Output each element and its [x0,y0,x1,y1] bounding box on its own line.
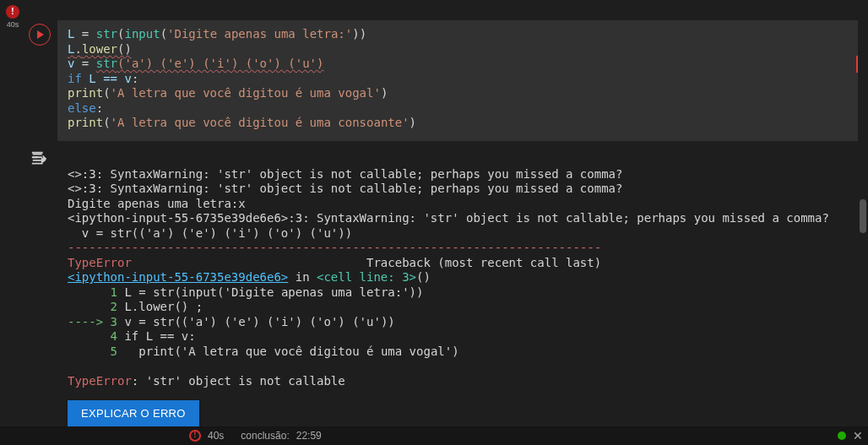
code-token: : [132,72,138,85]
run-cell-button[interactable] [29,24,51,46]
code-token: 'Digite apenas uma letra:' [167,27,352,41]
output-icon[interactable] [29,149,51,171]
close-icon[interactable]: ✕ [853,429,863,442]
code-token: lower [82,42,117,56]
error-badge: ! [6,5,19,19]
scrollbar-thumb[interactable] [860,199,866,233]
tb-arrow: ----> [68,315,111,328]
code-token: 'A letra que você digitou é uma consoant… [111,116,410,129]
traceback-parens: () [416,270,431,284]
notebook-cell: L = str(input('Digite apenas uma letra:'… [25,3,865,426]
tb-lineno: 1 [68,285,117,299]
output-line: v = str(('a') ('e') ('i') ('o') ('u')) [68,226,352,240]
output-line: <>:3: SyntaxWarning: 'str' object is not… [68,167,622,181]
status-completion-time: 22:59 [296,430,322,442]
code-token: 'A letra que você digitou é uma vogal' [111,86,381,100]
scrollbar-track[interactable] [858,15,868,424]
status-completion-label: conclusão: [241,430,289,442]
code-token: : [96,101,103,115]
output-line: <>:3: SyntaxWarning: 'str' object is not… [68,182,622,195]
code-token: ( [160,27,167,41]
tb-lineno: 3 [111,315,117,328]
kernel-status-icon[interactable] [838,431,846,440]
traceback-header-rest: Traceback (most recent call last) [132,256,601,269]
tb-src: L = str(input('Digite apenas uma letra:'… [117,285,423,299]
code-token: if [68,72,82,85]
tb-src: if L == v: [117,329,196,343]
status-left: 40s conclusão: 22:59 [189,430,322,442]
code-token: ( [103,86,110,100]
code-token: )) [352,27,366,41]
output-line: Digite apenas uma letra:x [68,197,246,210]
status-bar: 40s conclusão: 22:59 ✕ [0,426,868,445]
tb-lineno: 4 [68,329,117,343]
code-token: = [74,57,95,70]
tb-lineno: 2 [68,300,117,313]
code-token: ) [381,86,388,100]
final-error-msg: : 'str' object is not callable [132,374,345,388]
code-token: else [68,101,96,115]
cell-output: <>:3: SyntaxWarning: 'str' object is not… [57,149,861,445]
code-token: ('a') ('e') ('i') ('o') ('u') [117,57,323,70]
traceback-header-error: TypeError [68,256,132,269]
code-token: () [117,42,132,56]
status-error-icon[interactable] [189,430,201,442]
code-token: . [74,42,81,56]
status-right: ✕ [838,429,863,442]
tb-src: v = str(('a') ('e') ('i') ('o') ('u')) [117,315,395,328]
code-editor[interactable]: L = str(input('Digite apenas uma letra:'… [57,20,861,141]
explain-error-button[interactable]: EXPLICAR O ERRO [68,400,199,426]
code-token: ) [410,116,416,129]
traceback-cell: <cell line: 3> [317,270,416,284]
code-token: str [96,27,117,41]
left-rail: ! 40s [0,0,25,426]
code-token: print [68,86,103,100]
traceback-divider: ----------------------------------------… [68,241,601,254]
tb-src: L.lower() ; [117,300,203,313]
code-token: = [74,27,95,41]
final-error-type: TypeError [68,374,132,388]
status-time: 40s [208,430,224,442]
traceback-link[interactable]: <ipython-input-55-6735e39de6e6> [68,270,288,284]
code-token: print [68,116,103,129]
traceback-in: in [288,270,317,284]
output-line: <ipython-input-55-6735e39de6e6>:3: Synta… [68,211,829,225]
play-icon [37,30,44,39]
code-token: L == v [82,72,132,85]
tb-lineno: 5 [68,345,117,358]
code-token: input [124,27,160,41]
code-token: ( [103,116,110,129]
tb-src: print('A letra que você digitou é uma vo… [117,345,459,358]
rail-time-label: 40s [0,20,25,29]
code-token: str [96,57,117,70]
